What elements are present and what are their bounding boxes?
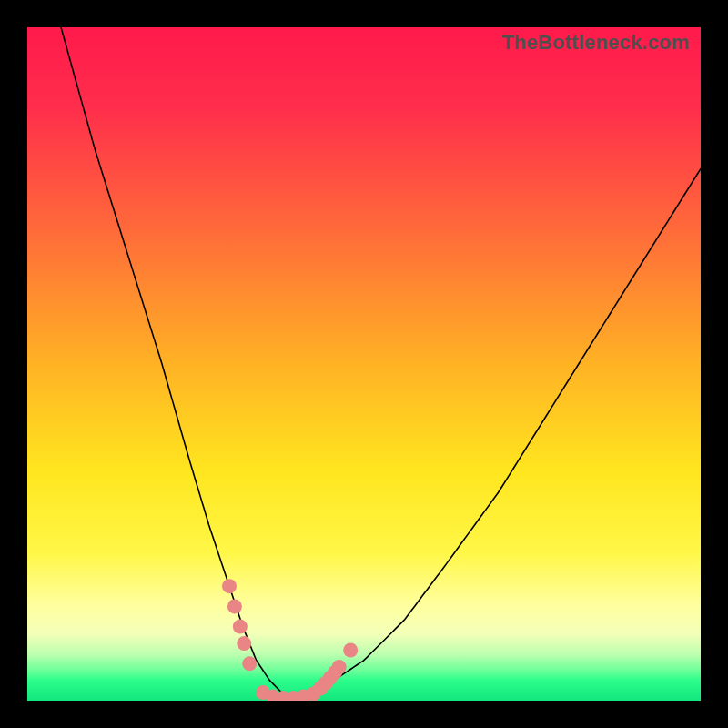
highlight-dot xyxy=(332,660,347,674)
chart-frame: TheBottleneck.com xyxy=(0,0,728,728)
highlight-dot xyxy=(242,656,257,671)
highlight-dot xyxy=(343,643,358,658)
watermark-text: TheBottleneck.com xyxy=(502,31,690,55)
highlight-dot xyxy=(237,636,251,651)
highlight-dot xyxy=(233,620,248,634)
highlight-dot xyxy=(222,579,237,593)
highlight-dot xyxy=(228,599,242,613)
plot-area: TheBottleneck.com xyxy=(27,27,701,701)
curve-layer xyxy=(27,27,701,701)
bottleneck-curve xyxy=(61,27,701,701)
highlight-dots xyxy=(222,579,358,701)
